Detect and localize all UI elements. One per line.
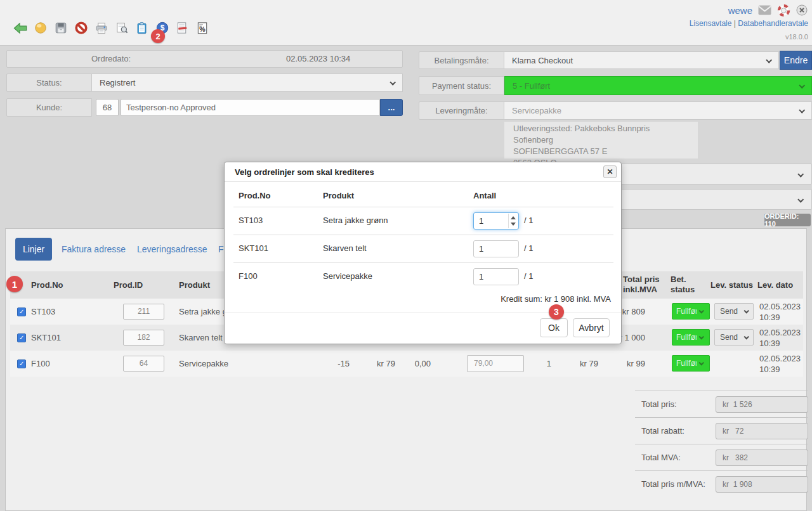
chevron-down-icon	[743, 334, 749, 339]
col-lev-dato: Lev. dato	[757, 271, 793, 299]
total-pris-mva-label: Total pris m/MVA:	[641, 471, 705, 498]
antall-input[interactable]	[474, 241, 518, 257]
dialog-row-skt101: SKT101 Skarven telt / 1	[225, 235, 621, 262]
antall-max: / 1	[524, 235, 533, 262]
col-prod-id: Prod.ID	[114, 271, 143, 299]
leveringmate-value: Servicepakke	[512, 106, 561, 115]
orderid-badge: ORDERID: 110	[764, 214, 811, 226]
total-pris-row: Total pris: kr 1 526	[635, 391, 808, 417]
invoice-percent-icon[interactable]: %	[194, 20, 211, 36]
lev-status-select[interactable]: Send	[714, 303, 754, 320]
col-prod-no: Prod.No	[31, 271, 63, 299]
total-pris-mva-row: Total pris m/MVA: kr 1 908	[635, 470, 808, 497]
antall-stepper[interactable]	[473, 240, 519, 257]
dialog-cell-prod-no: ST103	[239, 207, 263, 235]
col-lev-status: Lev. status	[710, 271, 753, 299]
chevron-down-icon	[698, 360, 704, 365]
total-rabatt-value: kr 72	[716, 423, 808, 439]
help-ring-icon[interactable]	[776, 3, 790, 17]
save-icon[interactable]	[52, 20, 69, 36]
ok-button[interactable]: Ok	[540, 318, 568, 337]
credit-note-icon[interactable]	[174, 20, 191, 36]
clipboard-icon[interactable]	[133, 20, 150, 36]
print-icon[interactable]	[93, 20, 110, 36]
cell-prod-no: ST103	[31, 299, 55, 325]
bet-status-select[interactable]: Fullført	[672, 355, 710, 372]
total-pris-label: Total pris:	[641, 391, 677, 418]
databehandleravtale-link[interactable]: Databehandleravtale	[738, 19, 808, 28]
cell-prod-id[interactable]: 211	[123, 304, 164, 320]
tab-linjer[interactable]: Linjer	[15, 238, 52, 261]
kunde-name-field[interactable]	[121, 99, 380, 116]
total-mva-row: Total MVA: kr 382	[635, 444, 808, 470]
close-icon[interactable]	[796, 4, 808, 16]
row-checkbox[interactable]	[17, 333, 26, 342]
tab-faktura-adresse[interactable]: Faktura adresse	[62, 238, 126, 261]
toolbar: $ %	[11, 20, 211, 36]
delivery-address-line: SOFIENBERGGATA 57 E	[513, 146, 689, 157]
payment-status-select[interactable]: 5 - Fullført	[504, 76, 812, 95]
betalingsmate-select[interactable]: Klarna Checkout	[504, 51, 779, 69]
dialog-cell-produkt: Servicepakke	[323, 262, 372, 290]
endre-button[interactable]: Endre	[780, 51, 812, 70]
tab-leveringsadresse[interactable]: Leveringsadresse	[137, 238, 207, 261]
antall-stepper[interactable]	[473, 212, 519, 230]
dialog-cell-prod-no: SKT101	[239, 235, 268, 262]
status-label: Status:	[6, 74, 92, 92]
leveringmate-select[interactable]: Servicepakke	[504, 101, 812, 120]
back-icon[interactable]	[11, 20, 29, 36]
username-link[interactable]: wewe	[728, 5, 752, 16]
reload-icon[interactable]	[32, 20, 49, 36]
total-mva-value: kr 382	[716, 450, 808, 466]
kredit-sum-label: Kredit sum: kr 1 908 inkl. MVA	[501, 294, 611, 304]
total-rabatt-label: Total rabatt:	[641, 418, 684, 444]
cancel-icon[interactable]	[72, 20, 89, 36]
bet-status-select[interactable]: Fullført	[672, 329, 710, 346]
antall-input[interactable]	[474, 269, 518, 285]
total-pris-value: kr 1 526	[716, 396, 808, 413]
chevron-down-icon	[797, 171, 804, 178]
dialog-cell-prod-no: F100	[239, 262, 258, 290]
bet-status-select[interactable]: Fullført	[672, 303, 710, 320]
lev-status-select[interactable]: Send	[714, 329, 754, 346]
cell-prod-id[interactable]: 64	[123, 356, 164, 372]
antall-stepper[interactable]	[473, 268, 519, 285]
cell-prod-no: SKT101	[31, 325, 61, 351]
dialog-cell-produkt: Skarven telt	[323, 235, 367, 262]
cell-produkt: Skarven telt	[179, 325, 223, 351]
chevron-down-icon	[799, 82, 805, 88]
cell-prod-id[interactable]: 182	[123, 330, 164, 346]
antall-max: / 1	[524, 207, 533, 235]
dialog-col-prod-no: Prod.No	[239, 191, 271, 200]
callout-step-1: 1	[6, 276, 23, 292]
ordredato-row: Ordredato: 02.05.2023 10:34	[6, 50, 403, 68]
avbryt-button[interactable]: Avbryt	[573, 318, 610, 337]
kunde-label: Kunde:	[6, 98, 92, 117]
stepper-arrows-icon[interactable]	[508, 214, 518, 228]
leveringmate-label: Leveringmåte:	[419, 101, 504, 120]
document-search-icon[interactable]	[113, 20, 130, 36]
dialog-close-icon[interactable]: ✕	[603, 165, 617, 178]
lisensavtale-link[interactable]: Lisensavtale	[690, 19, 732, 28]
betalingsmate-label: Betalingsmåte:	[419, 51, 504, 69]
link-separator: |	[734, 19, 736, 28]
chevron-down-icon	[766, 56, 772, 63]
kunde-browse-button[interactable]: ...	[380, 99, 403, 116]
total-mva-label: Total MVA:	[641, 444, 681, 471]
total-rabatt-row: Total rabatt: kr 72	[635, 417, 808, 444]
ordredato-value: 02.05.2023 10:34	[286, 51, 350, 67]
status-select[interactable]: Registrert	[92, 74, 403, 92]
row-checkbox[interactable]	[17, 359, 26, 368]
kunde-id-field[interactable]	[96, 99, 119, 116]
chevron-down-icon	[698, 308, 704, 313]
cell-produkt: Servicepakke	[179, 351, 228, 377]
cell-antall: 1	[534, 351, 551, 377]
callout-step-3: 3	[549, 304, 564, 320]
chevron-down-icon	[743, 308, 749, 313]
cell-pris-input[interactable]: 79,00	[467, 355, 524, 372]
mail-icon[interactable]	[757, 4, 771, 16]
delivery-address-block: Utleveringssted: Pakkeboks Bunnpris Sofi…	[504, 122, 698, 158]
row-checkbox[interactable]	[17, 307, 26, 316]
ordredato-label: Ordredato:	[91, 51, 131, 67]
agreement-links: Lisensavtale | Databehandleravtale	[690, 19, 808, 28]
